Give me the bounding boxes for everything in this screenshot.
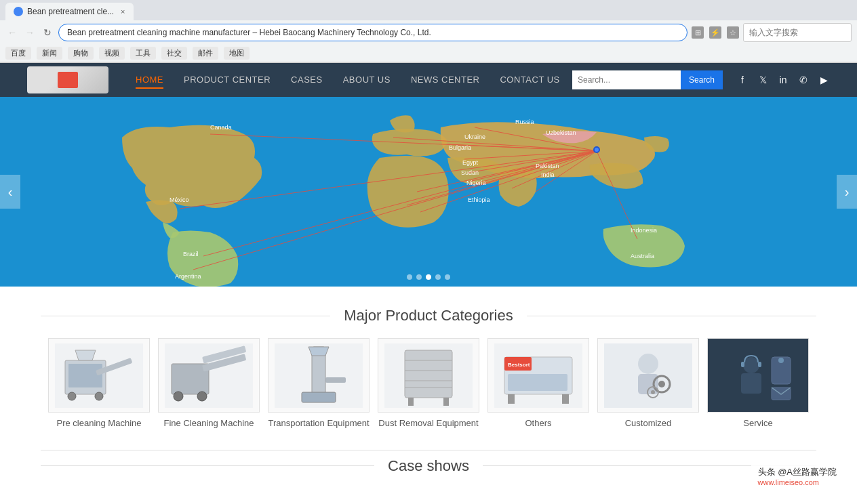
tab-title: Bean pretreatment cle... <box>27 7 114 16</box>
bookmark-6[interactable]: 社交 <box>161 47 187 60</box>
svg-rect-67 <box>508 394 515 404</box>
refresh-button[interactable]: ↻ <box>41 26 54 39</box>
nav-cases[interactable]: CASES <box>291 72 323 89</box>
svg-point-39 <box>68 392 76 400</box>
tab-close-button[interactable]: × <box>121 7 125 16</box>
product-card-customized[interactable]: Customized <box>597 338 699 429</box>
product-card-service[interactable]: Service <box>707 338 809 429</box>
products-section-header: Major Product Categories <box>41 307 816 324</box>
hero-dot-5[interactable] <box>445 274 450 280</box>
product-card-fine-cleaning[interactable]: Fine Cleaning Machine <box>158 338 260 429</box>
product-img-transport <box>268 338 370 413</box>
address-input[interactable] <box>58 24 687 41</box>
hero-dot-1[interactable] <box>407 274 412 280</box>
hero-dot-4[interactable] <box>435 274 441 280</box>
svg-point-19 <box>595 148 599 152</box>
nav-links: HOME PRODUCT CENTER CASES ABOUT US NEWS … <box>136 72 572 89</box>
active-tab[interactable]: Bean pretreatment cle... × <box>5 3 134 20</box>
product-card-dust[interactable]: Dust Removal Equipment <box>378 338 479 429</box>
svg-point-47 <box>174 392 183 401</box>
svg-rect-82 <box>741 362 744 367</box>
svg-rect-61 <box>443 398 449 406</box>
whatsapp-icon[interactable]: ✆ <box>797 74 810 86</box>
nav-about-us[interactable]: ABOUT US <box>343 72 391 89</box>
top-navigation: HOME PRODUCT CENTER CASES ABOUT US NEWS … <box>0 63 857 97</box>
facebook-icon[interactable]: f <box>736 74 749 86</box>
bookmark-4[interactable]: 视频 <box>99 47 125 60</box>
hero-dot-2[interactable] <box>416 274 422 280</box>
twitter-icon[interactable]: 𝕏 <box>757 74 769 86</box>
svg-rect-68 <box>562 394 569 404</box>
svg-point-80 <box>778 358 784 363</box>
youtube-icon[interactable]: ▶ <box>818 74 830 86</box>
svg-text:Russia: Russia <box>515 119 534 125</box>
pre-cleaning-machine-image <box>55 343 143 408</box>
bookmark-3[interactable]: 购物 <box>68 47 94 60</box>
section-line-right <box>527 316 816 316</box>
nav-news-center[interactable]: NEWS CENTER <box>411 72 480 89</box>
hero-next-button[interactable]: › <box>837 175 857 209</box>
site-search-input[interactable] <box>572 70 681 89</box>
products-section: Major Product Categories <box>0 287 857 450</box>
hero-map: Canada México Brazil Argentina Russia Uk… <box>0 97 857 287</box>
product-label-others: Others <box>525 418 551 429</box>
svg-point-40 <box>95 392 103 400</box>
grid-icon: ⊞ <box>692 26 704 39</box>
cases-section: Case shows <box>0 450 857 502</box>
product-card-transport[interactable]: Transportation Equipment <box>268 338 370 429</box>
nav-home[interactable]: HOME <box>136 72 163 89</box>
svg-rect-60 <box>408 398 414 406</box>
svg-text:Ukraine: Ukraine <box>464 133 485 140</box>
svg-text:Indonesia: Indonesia <box>631 227 657 234</box>
cases-line-left <box>41 465 374 466</box>
product-label-service: Service <box>743 418 772 429</box>
bookmark-2[interactable]: 新闻 <box>37 47 62 60</box>
fine-cleaning-machine-image <box>165 343 253 408</box>
svg-point-75 <box>651 390 655 394</box>
product-card-others[interactable]: Bestsort Others <box>487 338 589 429</box>
svg-text:Bulgaria: Bulgaria <box>449 144 471 151</box>
bookmark-7[interactable]: 邮件 <box>193 47 218 60</box>
linkedin-icon[interactable]: in <box>777 74 789 86</box>
product-label-pre-cleaning: Pre cleaning Machine <box>56 418 141 429</box>
website: HOME PRODUCT CENTER CASES ABOUT US NEWS … <box>0 63 857 502</box>
svg-text:Sudan: Sudan <box>461 169 479 176</box>
svg-text:Ethiopia: Ethiopia <box>468 196 490 203</box>
logo[interactable] <box>27 66 108 93</box>
bookmark-5[interactable]: 工具 <box>130 47 156 60</box>
bookmark-8[interactable]: 地图 <box>224 47 250 60</box>
browser-icons: ⊞ ⚡ ☆ <box>692 26 739 39</box>
nav-product-center[interactable]: PRODUCT CENTER <box>184 72 271 89</box>
forward-button[interactable]: → <box>23 26 37 39</box>
product-img-service <box>707 338 809 413</box>
svg-rect-78 <box>741 373 761 394</box>
social-icons: f 𝕏 in ✆ ▶ <box>736 74 830 86</box>
svg-text:Bestsort: Bestsort <box>508 362 530 368</box>
search-button[interactable]: Search <box>681 70 723 89</box>
svg-text:Argentina: Argentina <box>175 273 201 280</box>
bookmark-1[interactable]: 百度 <box>5 47 31 60</box>
hero-prev-button[interactable]: ‹ <box>0 175 20 209</box>
svg-rect-38 <box>68 364 102 387</box>
product-label-dust: Dust Removal Equipment <box>378 418 478 429</box>
browser-chrome: Bean pretreatment cle... × ← → ↻ ⊞ ⚡ ☆ 百… <box>0 0 857 63</box>
svg-rect-66 <box>508 374 567 391</box>
service-image <box>714 343 802 408</box>
nav-contact-us[interactable]: CONTACT US <box>500 72 559 89</box>
address-bar-row: ← → ↻ ⊞ ⚡ ☆ <box>0 20 857 45</box>
svg-point-48 <box>197 392 207 401</box>
svg-text:Egypt: Egypt <box>462 159 479 166</box>
cases-section-header: Case shows <box>41 457 816 475</box>
svg-marker-52 <box>308 347 329 356</box>
hero-dot-3[interactable] <box>426 274 431 280</box>
product-label-transport: Transportation Equipment <box>268 418 369 429</box>
product-card-pre-cleaning[interactable]: Pre cleaning Machine <box>48 338 150 429</box>
search-area: Search <box>572 70 723 89</box>
product-label-customized: Customized <box>625 418 672 429</box>
customized-image <box>604 343 692 408</box>
product-img-others: Bestsort <box>487 338 589 413</box>
browser-search-input[interactable] <box>743 23 852 42</box>
svg-rect-55 <box>405 350 452 398</box>
back-button[interactable]: ← <box>5 26 19 39</box>
products-section-title: Major Product Categories <box>344 307 513 324</box>
